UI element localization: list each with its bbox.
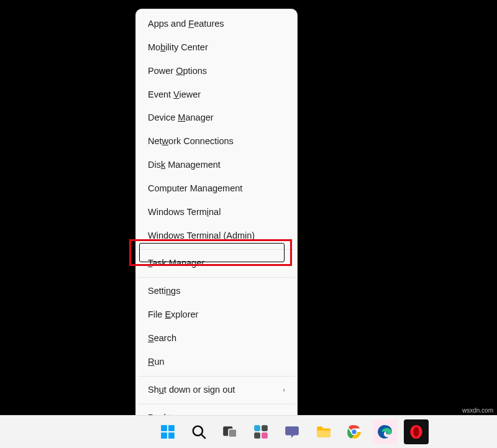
menu-item-g2-i3[interactable]: Run	[138, 350, 295, 374]
search-icon[interactable]	[186, 419, 211, 444]
menu-item-label: Settings	[148, 285, 180, 297]
menu-item-label: Task Manager	[148, 257, 204, 269]
svg-rect-9	[262, 425, 268, 431]
menu-item-g0-i1[interactable]: Mobility Center	[138, 36, 295, 60]
edge-icon[interactable]	[373, 419, 398, 444]
svg-rect-8	[254, 425, 260, 431]
menu-separator	[138, 404, 295, 405]
menu-item-label: Device Manager	[148, 112, 214, 124]
svg-point-4	[193, 426, 203, 436]
menu-separator	[138, 376, 295, 377]
svg-line-5	[201, 434, 206, 439]
svg-rect-3	[168, 432, 175, 439]
menu-item-label: Power Options	[148, 65, 207, 77]
svg-rect-10	[254, 432, 260, 439]
menu-item-label: Apps and Features	[148, 18, 224, 30]
chevron-right-icon: ›	[283, 385, 285, 394]
menu-item-g3-i0[interactable]: Shut down or sign out›	[138, 378, 295, 402]
svg-rect-0	[161, 425, 167, 431]
svg-rect-2	[161, 432, 167, 439]
menu-item-label: Computer Management	[148, 183, 242, 194]
taskbar-icon-group	[155, 419, 429, 444]
menu-item-label: File Explorer	[148, 309, 198, 321]
svg-rect-12	[317, 431, 331, 437]
menu-item-g0-i3[interactable]: Event Viewer	[138, 83, 295, 107]
menu-item-g0-i2[interactable]: Power Options	[138, 60, 295, 83]
menu-item-g0-i8[interactable]: Windows Terminal	[138, 201, 295, 224]
menu-separator	[138, 249, 295, 250]
menu-separator	[138, 277, 295, 278]
menu-item-label: Disk Management	[148, 159, 221, 171]
widgets-icon[interactable]	[248, 419, 273, 444]
watermark-text: wsxdn.com	[462, 407, 493, 414]
menu-item-g0-i0[interactable]: Apps and Features	[138, 12, 295, 36]
menu-item-g2-i0[interactable]: Settings	[138, 280, 295, 303]
menu-item-label: Windows Terminal (Admin)	[148, 230, 255, 242]
start-icon[interactable]	[155, 419, 180, 444]
svg-rect-7	[229, 429, 237, 437]
opera-icon[interactable]	[404, 419, 429, 444]
menu-item-label: Mobility Center	[148, 42, 208, 53]
menu-item-g0-i7[interactable]: Computer Management	[138, 177, 295, 201]
file-explorer-icon[interactable]	[311, 419, 335, 444]
menu-item-g2-i2[interactable]: Search	[138, 327, 295, 350]
menu-item-g0-i9[interactable]: Windows Terminal (Admin)	[138, 224, 295, 248]
menu-item-label: Run	[148, 356, 165, 368]
taskbar	[0, 415, 497, 448]
svg-rect-1	[168, 425, 175, 431]
chrome-icon[interactable]	[342, 419, 367, 444]
menu-item-label: Search	[148, 332, 176, 344]
task-view-icon[interactable]	[217, 419, 242, 444]
menu-item-g0-i5[interactable]: Network Connections	[138, 130, 295, 153]
menu-item-label: Shut down or sign out	[148, 384, 235, 396]
menu-item-label: Event Viewer	[148, 89, 201, 101]
menu-item-g2-i1[interactable]: File Explorer	[138, 303, 295, 327]
svg-point-17	[413, 427, 419, 437]
menu-item-label: Network Connections	[148, 135, 234, 147]
chat-icon[interactable]	[280, 419, 304, 444]
menu-item-g0-i4[interactable]: Device Manager	[138, 106, 295, 130]
menu-item-task-manager[interactable]: Task Manager	[138, 252, 295, 275]
menu-item-g0-i6[interactable]: Disk Management	[138, 153, 295, 177]
svg-rect-11	[262, 432, 268, 439]
winx-context-menu: Apps and FeaturesMobility CenterPower Op…	[135, 9, 298, 433]
menu-item-label: Windows Terminal	[148, 206, 221, 218]
